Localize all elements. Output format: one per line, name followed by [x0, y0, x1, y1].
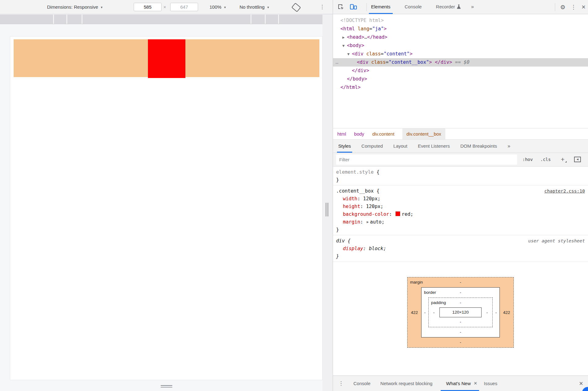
tree-row-doctype[interactable]: <!DOCTYPE html>	[333, 16, 588, 25]
drawer-tab-network-request-blocking[interactable]: Network request blocking	[380, 376, 432, 391]
rule-close-line: }	[336, 253, 585, 260]
settings-gear-button[interactable]: ⚙	[560, 4, 565, 11]
box-model-padding-top[interactable]: padding-	[429, 298, 492, 308]
box-model-margin-bottom[interactable]: -	[408, 337, 513, 347]
element-style-selector-line[interactable]: element.style {	[336, 168, 585, 176]
chevron-right-icon[interactable]: ▶	[341, 33, 346, 41]
viewport-height-input[interactable]	[170, 3, 198, 11]
drawer-tab-whats-new[interactable]: What's New ×	[446, 376, 477, 391]
device-toolbar-menu-button[interactable]: ⋮	[319, 0, 325, 14]
devtools-menu-button[interactable]: ⋮	[570, 4, 577, 11]
color-swatch[interactable]	[396, 211, 400, 216]
css-property-height[interactable]: height: 120px;	[336, 203, 585, 211]
box-model-padding-bottom[interactable]: -	[429, 317, 492, 327]
chevron-down-icon[interactable]: ▼	[341, 41, 346, 50]
ruler-tick	[82, 15, 82, 24]
ruler-tick	[67, 15, 67, 24]
tab-console[interactable]: Console	[398, 0, 429, 14]
crumb-div-content[interactable]: div.content	[372, 128, 394, 139]
crumb-div-content-box-selected[interactable]: div.content__box	[402, 128, 445, 139]
drawer-tab-console[interactable]: Console	[353, 376, 370, 391]
toggle-class-button[interactable]: .cls	[540, 153, 551, 166]
box-model-content-size[interactable]: 120×120	[439, 307, 482, 317]
rotate-device-button[interactable]	[292, 3, 301, 11]
throttling-select[interactable]: No throttling▼	[240, 0, 270, 14]
box-model-border-top[interactable]: border-	[422, 288, 499, 298]
box-model-border-box: border- - padding- - 120×120 - -	[421, 287, 500, 337]
ruler-tick	[53, 15, 54, 24]
tree-row-div-content[interactable]: ▼<div class="content">	[333, 50, 588, 58]
device-ruler	[0, 15, 322, 24]
tab-event-listeners[interactable]: Event Listeners	[418, 140, 450, 153]
box-model-padding-right[interactable]: -	[482, 308, 492, 317]
drawer-menu-button[interactable]: ⋮	[338, 380, 344, 387]
expand-shorthand-icon[interactable]: ▶	[367, 220, 369, 224]
chevron-down-icon: ▼	[223, 6, 226, 9]
inspect-element-button[interactable]	[337, 3, 345, 11]
css-property-width[interactable]: width: 120px;	[336, 195, 585, 203]
element-style-section: element.style { }	[333, 167, 588, 185]
box-model-padding-left[interactable]: -	[429, 308, 439, 317]
viewport-resize-handle[interactable]	[161, 384, 172, 388]
box-model-border-left[interactable]: -	[422, 298, 428, 327]
padding-label: padding	[431, 298, 446, 308]
long-press-corner	[565, 161, 567, 163]
row-ellipsis-icon[interactable]: …	[335, 58, 339, 67]
splitter-handle[interactable]	[326, 203, 329, 216]
tree-row-div-content-box-selected[interactable]: …<div class="content__box"> </div> == $0	[333, 58, 588, 67]
drawer-close-button[interactable]: ×	[579, 380, 583, 388]
tree-row-close-html[interactable]: </html>	[333, 83, 588, 92]
devtools-close-button[interactable]: ×	[582, 4, 586, 10]
toggle-hover-state-button[interactable]: :hov	[522, 153, 533, 166]
tab-recorder[interactable]: Recorder	[429, 0, 468, 14]
tree-row-close-body[interactable]: </body>	[333, 75, 588, 83]
styles-filter-toolbar: :hov .cls + ◀	[333, 153, 588, 167]
rule-close-line: }	[336, 226, 585, 234]
box-model-padding-box: padding- - 120×120 - -	[428, 298, 493, 327]
dimensions-select[interactable]: Dimensions: Responsive▼	[47, 0, 103, 14]
tree-row-head[interactable]: ▶<head>…</head>	[333, 33, 588, 41]
css-property-display[interactable]: display: block;	[336, 245, 585, 253]
box-model-border-right[interactable]: -	[493, 298, 499, 327]
device-toolbar: Dimensions: Responsive▼ × 100%▼ No throt…	[0, 0, 333, 14]
tree-row-close-div[interactable]: </div>	[333, 67, 588, 75]
tab-dom-breakpoints[interactable]: DOM Breakpoints	[460, 140, 497, 153]
zoom-select[interactable]: 100%▼	[210, 0, 226, 14]
box-model-margin-top[interactable]: margin-	[408, 277, 513, 287]
more-sidebar-tabs-button[interactable]: »	[508, 140, 510, 153]
box-model-border-bottom[interactable]: -	[422, 327, 499, 337]
tab-computed[interactable]: Computed	[361, 140, 383, 153]
tree-row-html[interactable]: <html lang="ja">	[333, 25, 588, 33]
crumb-body[interactable]: body	[354, 128, 364, 139]
ruler-tick	[265, 15, 266, 24]
box-model-margin-left[interactable]: 422	[408, 287, 421, 337]
box-model-margin-right[interactable]: 422	[500, 287, 513, 337]
styles-filter-input[interactable]	[336, 154, 517, 165]
tab-layout[interactable]: Layout	[393, 140, 407, 153]
toggle-device-toolbar-button[interactable]	[350, 3, 358, 11]
devtools-tabs: Elements Console Recorder »	[364, 0, 477, 14]
tab-elements[interactable]: Elements	[364, 0, 398, 14]
tab-styles[interactable]: Styles	[338, 140, 351, 153]
dimensions-label: Dimensions: Responsive	[47, 4, 98, 10]
close-tab-icon[interactable]: ×	[474, 380, 477, 387]
css-property-margin[interactable]: margin: ▶auto;	[336, 218, 585, 226]
viewport-width-input[interactable]	[134, 3, 162, 11]
drawer-tab-issues[interactable]: Issues	[484, 376, 497, 391]
tree-row-body[interactable]: ▼<body>	[333, 41, 588, 50]
chevron-down-icon[interactable]: ▼	[346, 50, 351, 58]
panel-splitter[interactable]	[322, 14, 333, 391]
border-label: border	[424, 288, 436, 298]
devtools-tabbar: Elements Console Recorder » ⚙ ⋮ ×	[333, 0, 588, 14]
more-tabs-button[interactable]: »	[468, 0, 477, 14]
css-property-background-color[interactable]: background-color: red;	[336, 211, 585, 218]
devtools-panel: Elements Console Recorder » ⚙ ⋮ × <!DOCT…	[333, 0, 588, 391]
margin-label: margin	[410, 277, 423, 287]
stylesheet-link[interactable]: chapter2.css:10	[544, 187, 585, 195]
devtools-tabbar-right: ⚙ ⋮ ×	[555, 0, 586, 14]
dimensions-times: ×	[163, 0, 166, 14]
new-style-rule-button[interactable]: +	[561, 153, 564, 166]
crumb-html[interactable]: html	[337, 128, 346, 139]
stylesheet-origin-label: user agent stylesheet	[528, 237, 585, 245]
computed-sidebar-toggle-button[interactable]: ◀	[574, 157, 581, 162]
